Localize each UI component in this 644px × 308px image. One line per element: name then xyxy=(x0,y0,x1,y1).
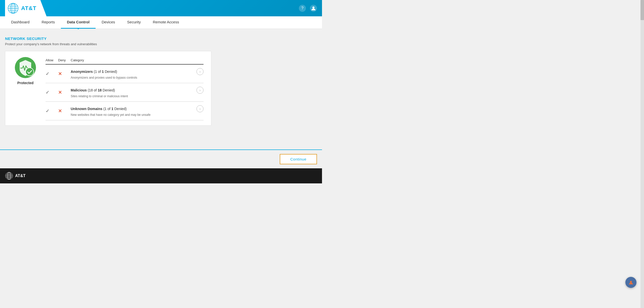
col-deny: Deny xyxy=(58,58,71,62)
arrow-btn-unknown-domains[interactable]: › xyxy=(196,105,204,112)
protected-shield-icon xyxy=(14,56,37,79)
header-icons: ? xyxy=(299,5,317,12)
svg-point-7 xyxy=(312,7,314,9)
nav-item-dashboard[interactable]: Dashboard xyxy=(5,16,35,29)
footer-globe-icon xyxy=(5,172,13,180)
allow-check-icon: ✓ xyxy=(46,90,58,95)
allow-check-icon: ✓ xyxy=(46,108,58,114)
network-security-card: Protected Allow Deny Category ✓ ✕ Anonym… xyxy=(5,51,211,126)
protected-section: Protected xyxy=(13,56,38,85)
nav-item-remote-access[interactable]: Remote Access xyxy=(147,16,185,29)
table-header: Allow Deny Category xyxy=(46,56,204,65)
category-name-anonymizers: Anonymizers (1 of 1 Denied) xyxy=(71,70,117,74)
app-header: AT&T ? xyxy=(0,0,322,16)
col-allow: Allow xyxy=(46,58,58,62)
category-desc-unknown-domains: New websites that have no category yet a… xyxy=(71,113,204,117)
table-row: ✓ ✕ Anonymizers (1 of 1 Denied) › Anonym… xyxy=(46,65,204,83)
table-row: ✓ ✕ Malicious (18 of 18 Denied) › Sites … xyxy=(46,83,204,102)
brand-name: AT&T xyxy=(21,5,36,12)
col-category: Category xyxy=(71,58,204,62)
bottom-action-bar: Continue xyxy=(0,149,322,168)
category-desc-malicious: Sites relating to criminal or malicious … xyxy=(71,94,204,98)
app-footer: AT&T xyxy=(0,168,322,183)
page-subtitle: Protect your company's network from thre… xyxy=(5,42,314,46)
footer-brand-name: AT&T xyxy=(15,174,25,178)
allow-check-icon: ✓ xyxy=(46,71,58,77)
category-unknown-domains: Unknown Domains (1 of 1 Denied) › New we… xyxy=(71,105,204,117)
protected-label: Protected xyxy=(17,81,34,85)
arrow-btn-malicious[interactable]: › xyxy=(196,87,204,94)
footer-logo: AT&T xyxy=(5,172,25,180)
page-title: NETWORK SECURITY xyxy=(5,36,314,41)
category-name-malicious: Malicious (18 of 18 Denied) xyxy=(71,88,115,92)
svg-point-9 xyxy=(26,68,34,76)
nav-item-devices[interactable]: Devices xyxy=(96,16,121,29)
continue-button[interactable]: Continue xyxy=(280,154,317,164)
deny-x-icon: ✕ xyxy=(58,108,71,114)
category-anonymizers: Anonymizers (1 of 1 Denied) › Anonymizer… xyxy=(71,68,204,79)
att-globe-icon xyxy=(8,3,19,14)
category-malicious: Malicious (18 of 18 Denied) › Sites rela… xyxy=(71,87,204,98)
table-row: ✓ ✕ Unknown Domains (1 of 1 Denied) › Ne… xyxy=(46,102,204,120)
deny-x-icon: ✕ xyxy=(58,71,71,77)
category-name-unknown-domains: Unknown Domains (1 of 1 Denied) xyxy=(71,107,127,111)
nav-item-data-control[interactable]: Data Control xyxy=(61,16,96,29)
main-content: NETWORK SECURITY Protect your company's … xyxy=(0,29,322,149)
user-icon[interactable] xyxy=(310,5,317,12)
category-desc-anonymizers: Anonymizers and proxies used to bypass c… xyxy=(71,76,204,79)
arrow-btn-anonymizers[interactable]: › xyxy=(196,68,204,75)
logo-area: AT&T xyxy=(5,0,47,16)
main-nav: Dashboard Reports Data Control Devices S… xyxy=(0,16,322,29)
nav-item-reports[interactable]: Reports xyxy=(35,16,61,29)
nav-item-security[interactable]: Security xyxy=(121,16,147,29)
category-table: Allow Deny Category ✓ ✕ Anonymizers (1 o… xyxy=(46,56,204,120)
help-icon[interactable]: ? xyxy=(299,5,306,12)
deny-x-icon: ✕ xyxy=(58,90,71,95)
